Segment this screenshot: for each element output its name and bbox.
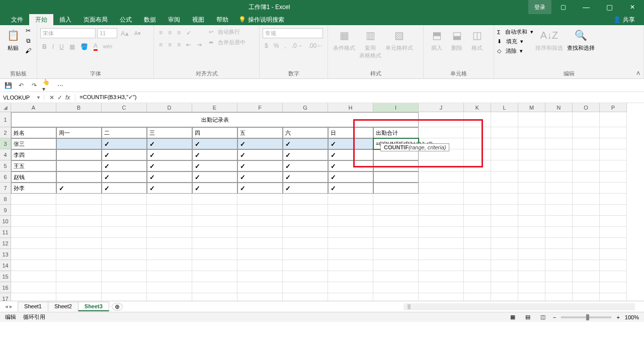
row-header-15[interactable]: 15 [0,271,11,282]
cell-C6[interactable]: ✓ [102,171,147,183]
col-header-N[interactable]: N [545,103,573,112]
cell-I12[interactable] [373,238,419,249]
cell-H14[interactable] [328,260,373,271]
cell-H11[interactable] [328,227,373,238]
cell-L13[interactable] [491,249,518,260]
col-header-A[interactable]: A [11,103,56,112]
cell-P3[interactable] [600,138,627,149]
cell-K13[interactable] [464,249,491,260]
align-center-button[interactable]: ≡ [166,40,174,49]
cell-P13[interactable] [600,249,627,260]
cell-C17[interactable] [102,293,147,301]
cell-F5[interactable]: ✓ [237,160,283,171]
cell-H6[interactable]: ✓ [328,171,373,183]
row-header-5[interactable]: 5 [0,160,11,171]
cell-P7[interactable] [600,183,627,194]
cell-A15[interactable] [11,271,56,282]
formula-cancel-button[interactable]: ✕ [49,94,54,101]
cell-E13[interactable] [192,249,237,260]
conditional-format-button[interactable]: ▦ 条件格式 [331,26,357,53]
row-header-9[interactable]: 9 [0,205,11,216]
sheet-tab-sheet3[interactable]: Sheet3 [78,302,109,311]
cell-N1[interactable] [545,112,573,127]
cell-L1[interactable] [491,112,518,127]
cell-A12[interactable] [11,238,56,249]
cell-B12[interactable] [56,238,102,249]
sheet-tab-sheet2[interactable]: Sheet2 [48,302,78,311]
cell-O1[interactable] [573,112,600,127]
cell-H9[interactable] [328,205,373,216]
cell-O11[interactable] [573,227,600,238]
restore-button[interactable]: ▢ [598,0,621,14]
cell-H8[interactable] [328,194,373,205]
cell-C2[interactable]: 二 [102,127,147,138]
cell-O7[interactable] [573,183,600,194]
cell-O3[interactable] [573,138,600,149]
cell-P14[interactable] [600,260,627,271]
cell-I11[interactable] [373,227,419,238]
cell-E10[interactable] [192,216,237,227]
cell-P9[interactable] [600,205,627,216]
cell-N7[interactable] [545,183,573,194]
cell-D7[interactable]: ✓ [147,183,192,194]
fx-button[interactable]: fx [65,94,70,101]
col-header-O[interactable]: O [573,103,600,112]
cell-A5[interactable]: 王五 [11,160,56,171]
cell-A9[interactable] [11,205,56,216]
tab-help[interactable]: 帮助 [210,14,234,26]
cell-P1[interactable] [600,112,627,127]
cell-F13[interactable] [237,249,283,260]
cell-I13[interactable] [373,249,419,260]
cell-O15[interactable] [573,271,600,282]
format-painter-button[interactable]: 🖌 [23,46,33,55]
cell-P12[interactable] [600,238,627,249]
cell-O5[interactable] [573,160,600,171]
cell-D15[interactable] [147,271,192,282]
cell-G10[interactable] [283,216,328,227]
cell-P10[interactable] [600,216,627,227]
cell-A10[interactable] [11,216,56,227]
percent-format-button[interactable]: % [272,41,281,50]
cell-J16[interactable] [419,282,464,293]
cell-C16[interactable] [102,282,147,293]
login-button[interactable]: 登录 [528,0,551,14]
cell-B13[interactable] [56,249,102,260]
worksheet-grid[interactable]: ◢ABCDEFGHIJKLMNOP 1234567891011121314151… [0,103,644,301]
cell-K1[interactable] [464,112,491,127]
cell-F14[interactable] [237,260,283,271]
cell-N14[interactable] [545,260,573,271]
cell-I2[interactable]: 出勤合计 [373,127,419,138]
cell-K6[interactable] [464,171,491,183]
cell-I8[interactable] [373,194,419,205]
undo-button[interactable]: ↶ [16,80,26,91]
cell-J14[interactable] [419,260,464,271]
zoom-out-button[interactable]: − [553,314,556,320]
row-header-8[interactable]: 8 [0,194,11,205]
decrease-decimal-button[interactable]: .00← [306,41,325,50]
cell-M13[interactable] [518,249,545,260]
cell-J17[interactable] [419,293,464,301]
cell-H2[interactable]: 日 [328,127,373,138]
view-page-break-button[interactable]: ◫ [538,313,548,321]
cell-N10[interactable] [545,216,573,227]
cell-E11[interactable] [192,227,237,238]
share-button[interactable]: 👤 共享 [613,16,635,24]
row-header-4[interactable]: 4 [0,149,11,160]
row-header-14[interactable]: 14 [0,260,11,271]
cell-M1[interactable] [518,112,545,127]
cell-K8[interactable] [464,194,491,205]
cell-B2[interactable]: 周一 [56,127,102,138]
tab-review[interactable]: 审阅 [162,14,186,26]
save-button[interactable]: 💾 [3,80,13,91]
cell-P17[interactable] [600,293,627,301]
cell-D5[interactable]: ✓ [147,160,192,171]
cell-A8[interactable] [11,194,56,205]
cell-O9[interactable] [573,205,600,216]
cell-A2[interactable]: 姓名 [11,127,56,138]
decrease-indent-button[interactable]: ⇤ [184,40,193,49]
cell-M10[interactable] [518,216,545,227]
qat-customize-button[interactable]: ⋯ [55,80,65,91]
fill-button[interactable]: ⬇ 填充 ▾ [497,38,533,45]
cell-B4[interactable] [56,149,102,160]
formula-accept-button[interactable]: ✓ [57,94,62,101]
